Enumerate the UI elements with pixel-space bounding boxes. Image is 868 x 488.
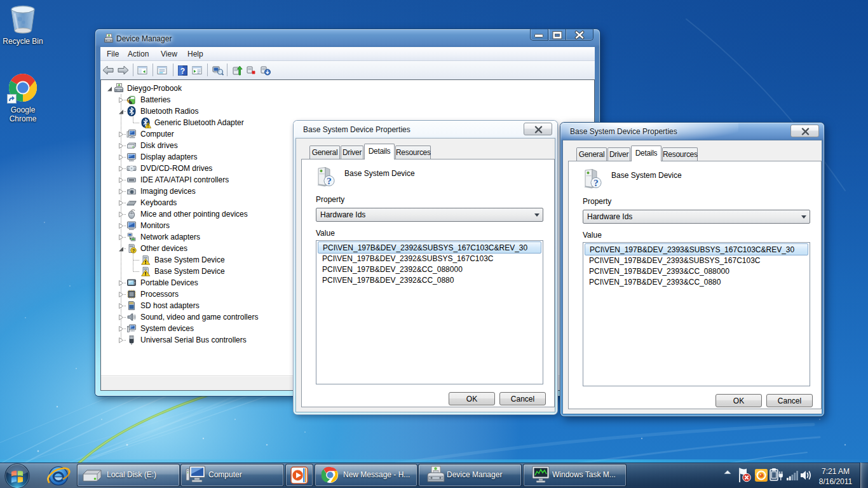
svg-text:?: ?: [593, 178, 599, 188]
svg-text:?: ?: [180, 67, 185, 76]
svg-text:?: ?: [327, 176, 332, 186]
